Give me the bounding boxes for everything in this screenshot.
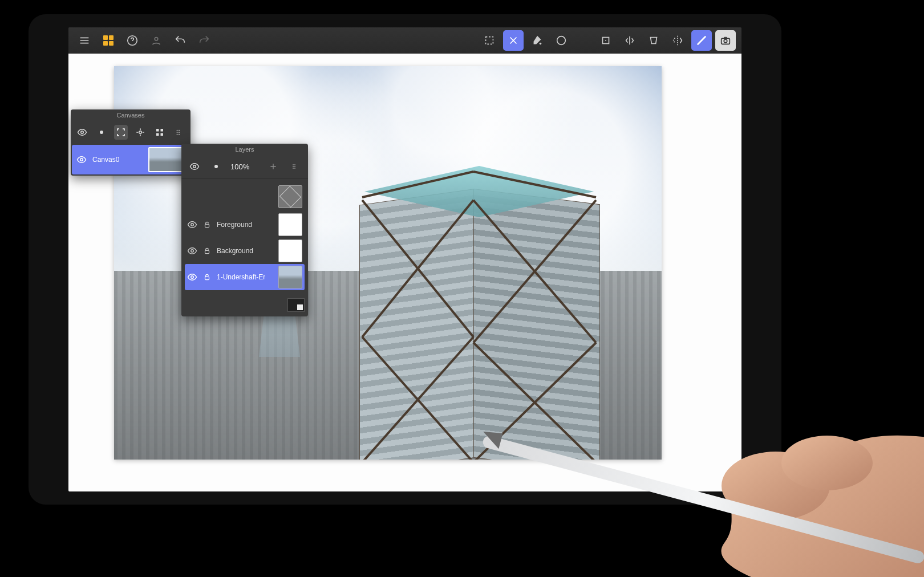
svg-rect-46 xyxy=(205,277,209,279)
layers-list: Foreground Background 1-Undershaft-Er xyxy=(181,178,308,296)
svg-point-27 xyxy=(179,130,180,131)
svg-point-28 xyxy=(177,132,178,133)
tablet-device: Canvases Canvas0 Layers xyxy=(29,14,781,505)
mirror-tool-icon[interactable] xyxy=(619,30,640,51)
camera-icon[interactable] xyxy=(715,30,736,51)
layer-thumbnail xyxy=(278,213,302,236)
svg-point-29 xyxy=(179,132,180,133)
canvas-thumbnail xyxy=(148,147,185,172)
canvases-panel-title: Canvases xyxy=(71,109,191,121)
work-area[interactable]: Canvases Canvas0 Layers xyxy=(68,54,741,491)
canvases-grid-icon[interactable] xyxy=(98,30,119,51)
layer-isolate-icon[interactable] xyxy=(209,159,224,174)
eye-icon[interactable] xyxy=(76,155,87,165)
app-screen: Canvases Canvas0 Layers xyxy=(68,27,741,491)
isolate-icon[interactable] xyxy=(95,125,108,140)
layer-label: 1-Undershaft-Er xyxy=(217,273,265,281)
svg-point-32 xyxy=(80,159,83,161)
svg-point-34 xyxy=(214,165,218,168)
svg-point-31 xyxy=(179,134,180,135)
svg-point-40 xyxy=(294,168,295,169)
eye-icon[interactable] xyxy=(187,220,197,230)
unlock-icon[interactable] xyxy=(203,247,211,255)
layer-mask-row[interactable] xyxy=(185,182,305,212)
layer-opacity-value[interactable]: 100% xyxy=(230,162,249,171)
layers-panel-header: 100% xyxy=(181,155,308,178)
svg-rect-2 xyxy=(486,37,493,44)
svg-point-38 xyxy=(294,166,295,167)
help-icon[interactable] xyxy=(122,30,143,51)
svg-rect-23 xyxy=(161,129,164,132)
layers-options-icon[interactable] xyxy=(287,159,302,174)
svg-point-45 xyxy=(191,276,194,279)
svg-rect-42 xyxy=(205,224,209,227)
layer-row-selected[interactable]: 1-Undershaft-Er xyxy=(185,264,305,290)
skyscraper-illustration xyxy=(359,166,599,460)
focus-icon[interactable] xyxy=(114,125,128,140)
layers-panel-title: Layers xyxy=(181,144,308,155)
svg-rect-44 xyxy=(205,250,209,253)
svg-point-43 xyxy=(191,250,194,253)
svg-point-3 xyxy=(540,43,542,45)
brush-tool-icon[interactable] xyxy=(691,30,712,51)
redo-icon[interactable] xyxy=(194,30,214,51)
layer-label: Foreground xyxy=(217,221,252,229)
eye-icon[interactable] xyxy=(187,272,197,282)
svg-point-36 xyxy=(294,164,295,165)
add-layer-icon[interactable] xyxy=(266,159,281,174)
layer-visibility-all-icon[interactable] xyxy=(187,159,202,174)
unlock-icon[interactable] xyxy=(203,221,211,229)
svg-point-39 xyxy=(293,168,294,169)
svg-point-6 xyxy=(605,40,606,41)
svg-point-1 xyxy=(155,38,158,41)
symmetry-tool-icon[interactable] xyxy=(667,30,688,51)
hamburger-menu-icon[interactable] xyxy=(74,30,95,51)
svg-point-19 xyxy=(81,131,84,134)
svg-point-4 xyxy=(557,36,566,45)
layer-thumbnail xyxy=(278,266,302,288)
fill-tool-icon[interactable] xyxy=(527,30,548,51)
guide-tool-icon[interactable] xyxy=(595,30,616,51)
svg-point-37 xyxy=(293,166,294,167)
svg-rect-22 xyxy=(156,129,159,132)
svg-point-21 xyxy=(139,131,142,134)
svg-point-8 xyxy=(724,39,727,43)
mask-toggle-icon[interactable] xyxy=(287,298,305,312)
canvas-item-label: Canvas0 xyxy=(92,156,119,164)
layer-label: Background xyxy=(217,247,253,255)
svg-point-20 xyxy=(100,131,103,134)
svg-point-41 xyxy=(191,224,194,226)
shape-tool-icon[interactable] xyxy=(551,30,572,51)
target-icon[interactable] xyxy=(133,125,147,140)
svg-point-35 xyxy=(293,164,294,165)
visibility-toggle-icon[interactable] xyxy=(75,125,89,140)
svg-point-30 xyxy=(177,134,178,135)
grid-view-icon[interactable] xyxy=(153,125,167,140)
user-icon[interactable] xyxy=(146,30,167,51)
layer-thumbnail xyxy=(278,239,302,262)
layers-footer xyxy=(181,296,308,316)
undo-icon[interactable] xyxy=(170,30,191,51)
top-toolbar xyxy=(68,27,741,54)
canvas-item[interactable]: Canvas0 xyxy=(72,145,189,174)
svg-rect-24 xyxy=(156,133,159,136)
eraser-tool-icon[interactable] xyxy=(503,30,524,51)
layer-mask-thumbnail[interactable] xyxy=(278,185,302,208)
svg-point-26 xyxy=(177,130,178,131)
svg-point-48 xyxy=(781,436,873,490)
canvases-panel[interactable]: Canvases Canvas0 xyxy=(71,109,191,176)
selection-tool-icon[interactable] xyxy=(479,30,500,51)
layers-panel[interactable]: Layers 100% Foreground xyxy=(181,144,308,316)
svg-rect-25 xyxy=(161,133,164,136)
layer-row[interactable]: Background xyxy=(185,238,305,264)
svg-point-33 xyxy=(193,165,196,168)
unlock-icon[interactable] xyxy=(203,273,211,281)
eye-icon[interactable] xyxy=(187,246,197,256)
canvases-panel-toolbar xyxy=(71,121,191,144)
layer-row[interactable]: Foreground xyxy=(185,212,305,238)
panel-options-icon[interactable] xyxy=(172,125,186,140)
perspective-tool-icon[interactable] xyxy=(643,30,664,51)
